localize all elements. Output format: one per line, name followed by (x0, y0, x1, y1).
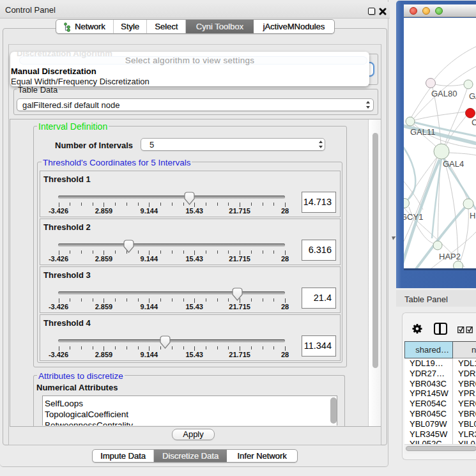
svg-text:GA: GA (469, 91, 476, 101)
svg-text:C: C (472, 118, 476, 127)
svg-text:GAL4: GAL4 (443, 159, 464, 169)
svg-text:H: H (470, 211, 475, 220)
svg-text:GCY1: GCY1 (404, 212, 423, 222)
svg-text:GAL80: GAL80 (431, 89, 457, 98)
svg-text:GAL11: GAL11 (410, 127, 436, 137)
svg-text:HAP2: HAP2 (439, 252, 461, 261)
